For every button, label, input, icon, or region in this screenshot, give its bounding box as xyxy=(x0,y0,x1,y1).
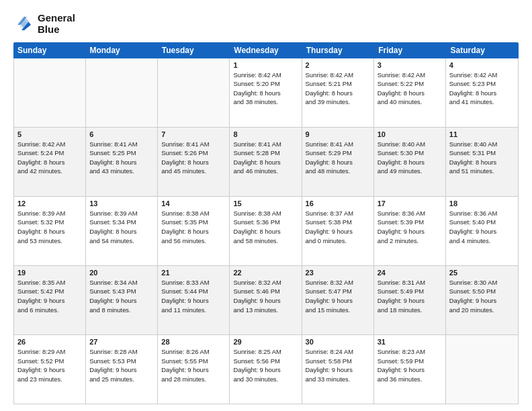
day-info: Sunrise: 8:38 AM Sunset: 5:36 PM Dayligh… xyxy=(233,209,298,246)
day-number: 22 xyxy=(233,269,298,277)
day-info: Sunrise: 8:29 AM Sunset: 5:52 PM Dayligh… xyxy=(17,347,82,384)
cal-cell: 2Sunrise: 8:42 AM Sunset: 5:21 PM Daylig… xyxy=(302,58,374,127)
day-info: Sunrise: 8:37 AM Sunset: 5:38 PM Dayligh… xyxy=(306,209,370,246)
cal-header-day: Friday xyxy=(374,42,446,58)
day-number: 4 xyxy=(449,61,515,69)
calendar-header: SundayMondayTuesdayWednesdayThursdayFrid… xyxy=(13,42,519,58)
day-number: 5 xyxy=(17,130,82,138)
day-info: Sunrise: 8:40 AM Sunset: 5:31 PM Dayligh… xyxy=(449,140,515,177)
day-number: 27 xyxy=(89,338,154,346)
day-info: Sunrise: 8:42 AM Sunset: 5:24 PM Dayligh… xyxy=(17,140,82,177)
day-info: Sunrise: 8:30 AM Sunset: 5:50 PM Dayligh… xyxy=(449,278,515,315)
day-info: Sunrise: 8:23 AM Sunset: 5:59 PM Dayligh… xyxy=(378,347,442,384)
day-info: Sunrise: 8:26 AM Sunset: 5:55 PM Dayligh… xyxy=(161,347,226,384)
cal-cell: 30Sunrise: 8:24 AM Sunset: 5:58 PM Dayli… xyxy=(302,335,374,404)
calendar: SundayMondayTuesdayWednesdayThursdayFrid… xyxy=(13,42,519,405)
day-info: Sunrise: 8:42 AM Sunset: 5:23 PM Dayligh… xyxy=(449,71,515,107)
cal-cell: 10Sunrise: 8:40 AM Sunset: 5:30 PM Dayli… xyxy=(374,128,446,196)
cal-cell: 31Sunrise: 8:23 AM Sunset: 5:59 PM Dayli… xyxy=(374,335,446,404)
day-info: Sunrise: 8:39 AM Sunset: 5:34 PM Dayligh… xyxy=(89,209,154,246)
day-info: Sunrise: 8:32 AM Sunset: 5:46 PM Dayligh… xyxy=(233,278,298,315)
day-info: Sunrise: 8:42 AM Sunset: 5:21 PM Dayligh… xyxy=(306,71,370,107)
day-number: 2 xyxy=(306,61,370,69)
cal-cell: 26Sunrise: 8:29 AM Sunset: 5:52 PM Dayli… xyxy=(14,335,86,404)
day-number: 12 xyxy=(17,199,82,208)
day-number: 15 xyxy=(233,199,298,208)
cal-cell: 19Sunrise: 8:35 AM Sunset: 5:42 PM Dayli… xyxy=(14,266,86,334)
day-info: Sunrise: 8:32 AM Sunset: 5:47 PM Dayligh… xyxy=(306,278,370,315)
day-number: 11 xyxy=(449,130,515,138)
day-number: 19 xyxy=(17,269,82,277)
cal-cell: 8Sunrise: 8:41 AM Sunset: 5:28 PM Daylig… xyxy=(230,128,302,196)
cal-header-day: Sunday xyxy=(13,42,85,58)
page: General Blue SundayMondayTuesdayWednesda… xyxy=(0,0,532,411)
cal-cell: 12Sunrise: 8:39 AM Sunset: 5:32 PM Dayli… xyxy=(14,197,86,265)
day-number: 9 xyxy=(306,130,370,138)
day-number: 6 xyxy=(89,130,154,138)
day-info: Sunrise: 8:34 AM Sunset: 5:43 PM Dayligh… xyxy=(89,278,154,315)
day-info: Sunrise: 8:24 AM Sunset: 5:58 PM Dayligh… xyxy=(306,347,370,384)
cal-header-day: Wednesday xyxy=(230,42,302,58)
day-number: 18 xyxy=(449,199,515,208)
cal-cell: 7Sunrise: 8:41 AM Sunset: 5:26 PM Daylig… xyxy=(158,128,230,196)
day-number: 8 xyxy=(233,130,298,138)
cal-cell: 4Sunrise: 8:42 AM Sunset: 5:23 PM Daylig… xyxy=(446,58,518,127)
day-info: Sunrise: 8:36 AM Sunset: 5:39 PM Dayligh… xyxy=(378,209,442,246)
day-info: Sunrise: 8:41 AM Sunset: 5:25 PM Dayligh… xyxy=(89,140,154,177)
day-info: Sunrise: 8:42 AM Sunset: 5:22 PM Dayligh… xyxy=(378,71,442,107)
day-number: 7 xyxy=(161,130,226,138)
day-info: Sunrise: 8:41 AM Sunset: 5:28 PM Dayligh… xyxy=(233,140,298,177)
day-info: Sunrise: 8:33 AM Sunset: 5:44 PM Dayligh… xyxy=(161,278,226,315)
day-number: 20 xyxy=(89,269,154,277)
calendar-body: 1Sunrise: 8:42 AM Sunset: 5:20 PM Daylig… xyxy=(13,58,519,405)
cal-cell: 17Sunrise: 8:36 AM Sunset: 5:39 PM Dayli… xyxy=(374,197,446,265)
day-number: 16 xyxy=(306,199,370,208)
cal-row: 5Sunrise: 8:42 AM Sunset: 5:24 PM Daylig… xyxy=(14,128,518,197)
cal-cell: 9Sunrise: 8:41 AM Sunset: 5:29 PM Daylig… xyxy=(302,128,374,196)
cal-header-day: Tuesday xyxy=(158,42,230,58)
day-info: Sunrise: 8:41 AM Sunset: 5:29 PM Dayligh… xyxy=(306,140,370,177)
day-info: Sunrise: 8:36 AM Sunset: 5:40 PM Dayligh… xyxy=(449,209,515,246)
cal-cell: 5Sunrise: 8:42 AM Sunset: 5:24 PM Daylig… xyxy=(14,128,86,196)
cal-cell: 15Sunrise: 8:38 AM Sunset: 5:36 PM Dayli… xyxy=(230,197,302,265)
day-info: Sunrise: 8:35 AM Sunset: 5:42 PM Dayligh… xyxy=(17,278,82,315)
day-info: Sunrise: 8:40 AM Sunset: 5:30 PM Dayligh… xyxy=(378,140,442,177)
cal-row: 12Sunrise: 8:39 AM Sunset: 5:32 PM Dayli… xyxy=(14,197,518,266)
day-info: Sunrise: 8:28 AM Sunset: 5:53 PM Dayligh… xyxy=(89,347,154,384)
day-info: Sunrise: 8:41 AM Sunset: 5:26 PM Dayligh… xyxy=(161,140,226,177)
day-number: 30 xyxy=(306,338,370,346)
cal-cell: 14Sunrise: 8:38 AM Sunset: 5:35 PM Dayli… xyxy=(158,197,230,265)
day-number: 29 xyxy=(233,338,298,346)
cal-row: 1Sunrise: 8:42 AM Sunset: 5:20 PM Daylig… xyxy=(14,58,518,128)
day-number: 21 xyxy=(161,269,226,277)
cal-cell: 21Sunrise: 8:33 AM Sunset: 5:44 PM Dayli… xyxy=(158,266,230,334)
logo: General Blue xyxy=(13,12,75,36)
cal-cell: 27Sunrise: 8:28 AM Sunset: 5:53 PM Dayli… xyxy=(86,335,158,404)
day-number: 17 xyxy=(378,199,442,208)
day-info: Sunrise: 8:25 AM Sunset: 5:56 PM Dayligh… xyxy=(233,347,298,384)
cal-cell: 16Sunrise: 8:37 AM Sunset: 5:38 PM Dayli… xyxy=(302,197,374,265)
cal-cell: 3Sunrise: 8:42 AM Sunset: 5:22 PM Daylig… xyxy=(374,58,446,127)
cal-cell: 11Sunrise: 8:40 AM Sunset: 5:31 PM Dayli… xyxy=(446,128,518,196)
cal-header-day: Monday xyxy=(85,42,157,58)
cal-cell: 22Sunrise: 8:32 AM Sunset: 5:46 PM Dayli… xyxy=(230,266,302,334)
day-number: 10 xyxy=(378,130,442,138)
cal-cell xyxy=(158,58,230,127)
day-number: 3 xyxy=(378,61,442,69)
cal-cell xyxy=(86,58,158,127)
cal-cell: 13Sunrise: 8:39 AM Sunset: 5:34 PM Dayli… xyxy=(86,197,158,265)
cal-row: 19Sunrise: 8:35 AM Sunset: 5:42 PM Dayli… xyxy=(14,266,518,335)
cal-cell: 23Sunrise: 8:32 AM Sunset: 5:47 PM Dayli… xyxy=(302,266,374,334)
day-number: 13 xyxy=(89,199,154,208)
day-info: Sunrise: 8:38 AM Sunset: 5:35 PM Dayligh… xyxy=(161,209,226,246)
day-number: 14 xyxy=(161,199,226,208)
cal-cell: 1Sunrise: 8:42 AM Sunset: 5:20 PM Daylig… xyxy=(230,58,302,127)
day-info: Sunrise: 8:39 AM Sunset: 5:32 PM Dayligh… xyxy=(17,209,82,246)
day-number: 31 xyxy=(378,338,442,346)
day-number: 28 xyxy=(161,338,226,346)
cal-cell: 29Sunrise: 8:25 AM Sunset: 5:56 PM Dayli… xyxy=(230,335,302,404)
logo-container: General Blue xyxy=(13,12,75,36)
cal-header-day: Thursday xyxy=(302,42,374,58)
day-number: 24 xyxy=(378,269,442,277)
cal-cell: 25Sunrise: 8:30 AM Sunset: 5:50 PM Dayli… xyxy=(446,266,518,334)
